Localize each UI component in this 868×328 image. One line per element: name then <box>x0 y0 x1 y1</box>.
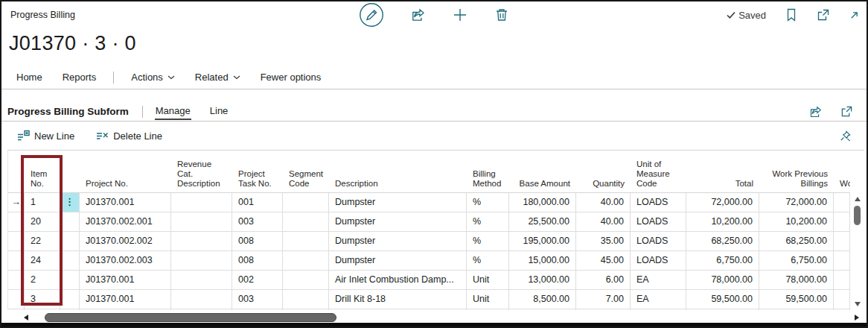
column-header-description[interactable]: Description <box>329 179 467 192</box>
cell-base_amount[interactable]: 25,500.00 <box>509 212 576 231</box>
cell-description[interactable]: Dumpster <box>329 193 467 212</box>
cell-item_no[interactable]: 2 <box>25 271 60 289</box>
vertical-scrollbar-thumb[interactable] <box>854 206 861 225</box>
cell-quantity[interactable]: 5.00 <box>576 309 631 310</box>
cell-base_amount[interactable]: 8,500.00 <box>509 290 576 309</box>
cell-stub[interactable] <box>834 309 850 310</box>
column-header-item_no[interactable]: Item No. <box>25 169 60 192</box>
scroll-right-icon[interactable] <box>855 315 859 321</box>
scroll-left-icon[interactable] <box>24 315 28 321</box>
row-selector-cell[interactable] <box>8 271 25 289</box>
row-selector-cell[interactable]: → <box>8 193 25 212</box>
horizontal-scrollbar[interactable] <box>24 312 859 323</box>
menu-item-reports[interactable]: Reports <box>63 72 97 83</box>
cell-method[interactable]: Unit <box>467 309 509 310</box>
cell-project_no[interactable]: J01370.001 <box>80 193 171 212</box>
open-in-window-icon[interactable] <box>840 105 853 118</box>
cell-uom[interactable]: LOADS <box>631 232 686 250</box>
cell-project_no[interactable]: J01370.001 <box>80 271 171 289</box>
cell-method[interactable]: Unit <box>467 271 509 289</box>
cell-segment[interactable] <box>283 212 329 231</box>
cell-revenue_cat[interactable] <box>171 212 232 231</box>
cell-project_no[interactable]: J01370.002.003 <box>80 251 171 270</box>
cell-description[interactable]: Dumpster <box>329 251 467 270</box>
cell-stub[interactable] <box>834 193 850 212</box>
horizontal-scrollbar-track[interactable] <box>34 312 849 323</box>
cell-project_no[interactable]: J01370.002.002 <box>80 232 171 250</box>
column-header-total[interactable]: Total <box>686 179 759 192</box>
cell-revenue_cat[interactable] <box>171 290 232 309</box>
cell-total[interactable]: 78,000.00 <box>686 271 759 289</box>
cell-quantity[interactable]: 45.00 <box>576 251 631 270</box>
cell-base_amount[interactable]: 195,000.00 <box>509 232 576 250</box>
column-header-project_no[interactable]: Project No. <box>80 179 171 192</box>
menu-item-home[interactable]: Home <box>16 72 42 83</box>
cell-uom[interactable]: LOADS <box>631 251 686 270</box>
cell-task_no[interactable]: 003 <box>232 309 283 310</box>
cell-revenue_cat[interactable] <box>171 271 232 289</box>
cell-revenue_cat[interactable] <box>171 251 232 270</box>
cell-quantity[interactable]: 40.00 <box>576 193 631 212</box>
cell-revenue_cat[interactable] <box>171 309 232 310</box>
share-icon[interactable] <box>809 105 823 119</box>
cell-item_no[interactable]: 13 <box>25 309 60 310</box>
scroll-down-icon[interactable] <box>855 302 861 306</box>
horizontal-scrollbar-thumb[interactable] <box>45 313 336 322</box>
column-header-task_no[interactable]: Project Task No. <box>232 169 283 192</box>
cell-method[interactable]: % <box>467 251 509 270</box>
cell-segment[interactable] <box>283 290 329 309</box>
cell-task_no[interactable]: 008 <box>232 232 283 250</box>
cell-total[interactable]: 72,000.00 <box>686 193 759 212</box>
cell-project_no[interactable]: J01370.001.003.003 <box>80 309 171 310</box>
delete-line-button[interactable]: Delete Line <box>95 129 162 142</box>
cell-uom[interactable]: EA <box>631 271 686 289</box>
cell-work_prev[interactable]: 72,000.00 <box>759 193 834 212</box>
cell-description[interactable]: Dumpster <box>329 232 467 250</box>
cell-task_no[interactable]: 008 <box>232 251 283 270</box>
cell-method[interactable]: % <box>467 193 509 212</box>
row-options-cell[interactable] <box>60 232 80 250</box>
cell-revenue_cat[interactable] <box>171 232 232 250</box>
column-header-stub[interactable]: Wor <box>834 179 850 192</box>
cell-uom[interactable]: LOADS <box>631 193 686 212</box>
column-header-quantity[interactable]: Quantity <box>576 179 631 192</box>
menu-item-fewer-options[interactable]: Fewer options <box>261 72 322 83</box>
cell-stub[interactable] <box>834 251 850 270</box>
row-selector-cell[interactable] <box>8 251 25 270</box>
new-icon[interactable] <box>453 7 467 22</box>
cell-task_no[interactable]: 003 <box>232 290 283 309</box>
cell-stub[interactable] <box>834 271 850 289</box>
cell-item_no[interactable]: 1 <box>25 193 60 212</box>
tab-line[interactable]: Line <box>209 103 229 120</box>
share-icon[interactable] <box>411 7 426 22</box>
cell-method[interactable]: Unit <box>467 290 509 309</box>
row-selector-cell[interactable] <box>8 309 25 310</box>
cell-segment[interactable] <box>283 251 329 270</box>
cell-segment[interactable] <box>283 309 329 310</box>
column-header-base_amount[interactable]: Base Amount <box>509 179 576 192</box>
cell-method[interactable]: % <box>467 212 509 231</box>
cell-item_no[interactable]: 24 <box>25 251 60 270</box>
row-selector-cell[interactable] <box>8 290 25 309</box>
cell-work_prev[interactable]: 6,750.00 <box>759 251 834 270</box>
cell-stub[interactable] <box>834 290 850 309</box>
cell-total[interactable]: 59,500.00 <box>686 290 759 309</box>
cell-work_prev[interactable]: 59,500.00 <box>759 290 834 309</box>
cell-item_no[interactable]: 3 <box>25 290 60 309</box>
cell-base_amount[interactable]: 15,000.00 <box>509 251 576 270</box>
cell-project_no[interactable]: J01370.002.001 <box>80 212 171 231</box>
cell-total[interactable]: 10,200.00 <box>686 212 759 231</box>
cell-task_no[interactable]: 003 <box>232 212 283 231</box>
cell-base_amount[interactable]: 13,000.00 <box>509 271 576 289</box>
row-options-cell[interactable] <box>60 271 80 289</box>
row-selector-cell[interactable] <box>8 212 25 231</box>
cell-segment[interactable] <box>283 271 329 289</box>
cell-method[interactable]: % <box>467 232 509 250</box>
vertical-scrollbar[interactable] <box>849 193 864 310</box>
cell-work_prev[interactable]: 10,200.00 <box>759 212 834 231</box>
cell-uom[interactable]: EA <box>631 290 686 309</box>
open-in-window-icon[interactable] <box>817 8 830 22</box>
cell-total[interactable]: 6,750.00 <box>686 251 759 270</box>
bookmark-icon[interactable] <box>785 8 797 22</box>
unpin-icon[interactable] <box>839 130 852 142</box>
